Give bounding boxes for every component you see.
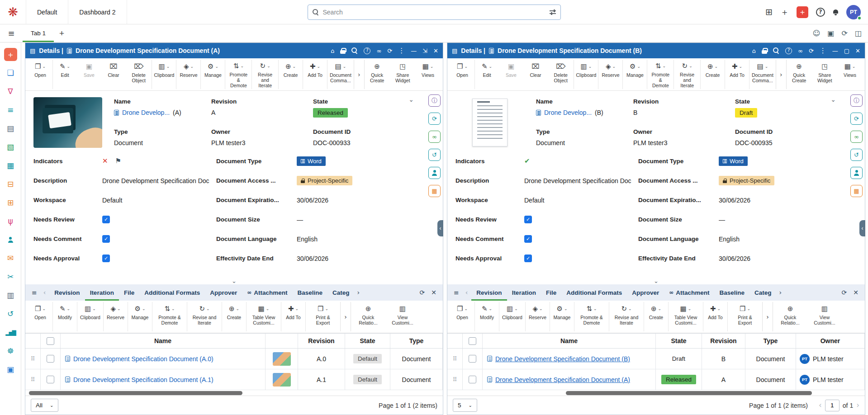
panel-window-button[interactable]: ⇲ [422,48,427,54]
panel-window-button[interactable]: ✕ [855,48,860,54]
drag-icon[interactable]: ⠿ [31,356,35,362]
toolbar-button[interactable]: ⚙⌄ Manage [128,302,152,331]
toolbar-button[interactable]: ⊕ Quick Relatio... [351,302,385,331]
toolbar-button[interactable]: ⌧ Clear [101,60,126,89]
rail-button[interactable]: ▦ [850,185,863,197]
toolbar-button[interactable]: ▣ Save [77,60,101,89]
toolbar-button[interactable]: ◳ Share Widget [812,60,838,89]
rail-button[interactable]: ∞ [428,131,441,143]
needs-approval-checkbox[interactable]: ✓ [524,255,532,262]
tabbar-icon-button[interactable]: ▣ [827,30,834,37]
rel-menu-button[interactable]: ≡ [29,284,40,301]
toolbar-button[interactable]: ⊕ Quick Relatio... [773,302,807,331]
sidebar-item[interactable]: ▂▅▇ [0,323,21,342]
rail-button[interactable]: ⟳ [428,113,441,125]
panel-header-button[interactable]: ∞ [376,48,381,54]
toolbar-button[interactable]: ✎⌄ Modify [52,302,77,331]
panel-header-button[interactable]: ⋮ [820,47,826,54]
toolbar-button[interactable]: ❐⌄ Open [28,60,52,89]
toolbar-button[interactable]: ▦⌄ Table View Customi... [668,302,703,331]
rel-scroll-left-button[interactable]: ‹ [41,284,49,301]
page-number-input[interactable] [825,400,840,411]
scrollbar-thumb[interactable] [29,391,242,395]
panel-header-button[interactable] [773,47,779,54]
toolbar-button[interactable]: ▥⌄ Clipboard [77,302,103,331]
row-checkbox[interactable] [47,355,54,363]
sidebar-item[interactable]: ＋ [0,45,21,64]
toolbar-button[interactable]: ✎⌄ Modify [474,302,499,331]
panel-header-button[interactable]: ? [364,47,370,54]
panel-header-button[interactable]: ⟳ [809,48,814,54]
panel-header-button[interactable] [351,47,358,54]
sidebar-item[interactable]: ❏ [0,64,21,82]
rel-refresh-button[interactable]: ⟳ [839,284,850,301]
panel-header-button[interactable]: ⌂ [752,48,756,54]
toolbar-button[interactable]: ↻⌄ Revise and Iterate [609,302,644,331]
toolbar-button[interactable]: ⚙⌄ Manage [622,60,647,89]
tabbar-icon-button[interactable]: ☺ [813,30,821,37]
toolbar-button[interactable]: ⇅⌄ Promote & Demote [647,60,674,89]
next-page-button[interactable]: › [856,401,859,409]
toolbar-button[interactable]: ▦⌄ Views [838,60,862,89]
rail-button[interactable]: ⓘ [850,94,863,107]
toolbar-button[interactable]: ⌧ Clear [523,60,548,89]
toolbar-button[interactable]: ⌦ Delete Object [548,60,574,89]
toolbar-overflow-button[interactable]: › [354,60,365,89]
toolbar-button[interactable]: ◳ Share Widget [390,60,416,89]
toolbar-button[interactable]: ❐⌄ Open [450,60,474,89]
workspace-tab[interactable]: Tab 1 [23,24,54,42]
toolbar-button[interactable]: ◈⌄ Reserve [103,302,128,331]
topbar-icon-button[interactable] [833,9,839,15]
row-name-link[interactable]: Drone Development Specification Document… [495,376,630,383]
sidebar-item[interactable]: ▥ [0,286,21,305]
rel-scroll-right-button[interactable]: › [777,284,785,301]
toolbar-button[interactable]: ✚⌄ Add To [281,302,305,331]
rail-button[interactable]: ⟳ [850,113,863,125]
table-row[interactable]: ⠿ Drone Development Specification Docume… [25,369,443,390]
row-checkbox[interactable] [469,376,476,383]
relationship-tab[interactable]: Additional Formats [139,284,205,301]
nav-item[interactable]: Dashboard 2 [68,0,127,24]
needs-comment-checkbox[interactable]: ✓ [524,235,532,243]
relationship-tab[interactable]: Revision [49,284,85,301]
toolbar-button[interactable]: ▥ View Customi... [385,302,420,331]
relationship-tab[interactable]: File [541,284,561,301]
panel-header-button[interactable]: ⌂ [331,48,334,54]
row-name-link[interactable]: Drone Development Specification Document… [73,355,213,363]
toolbar-button[interactable]: ▦⌄ Views [416,60,440,89]
document-name-link[interactable]: Drone Develop... [544,109,592,116]
toolbar-button[interactable]: ⊕⌄ Create [644,302,668,331]
row-checkbox[interactable] [469,355,476,363]
rel-scroll-right-button[interactable]: › [355,284,363,301]
panel-header-button[interactable] [340,48,346,54]
rail-button[interactable]: ▦ [428,185,441,197]
rel-refresh-button[interactable]: ⟳ [417,284,428,301]
sidebar-item[interactable]: ▧ [0,138,21,156]
panel-window-button[interactable]: — [832,48,838,54]
toolbar-overflow-button[interactable]: › [762,302,773,331]
scrollbar-thumb[interactable] [566,391,812,395]
toolbar-button[interactable]: ✎⌄ Edit [474,60,499,89]
relationship-tab[interactable]: File [119,284,139,301]
toolbar-button[interactable]: ⊕⌄ Create [222,302,246,331]
sidebar-item[interactable]: ⊞ [0,193,21,212]
toolbar-button[interactable]: ⇅⌄ Promote & Demote [152,302,187,331]
prev-page-button[interactable]: ‹ [819,401,822,409]
rail-button[interactable]: ∞ [850,131,863,143]
toolbar-button[interactable]: ▤⌄ Document Comma... [749,60,776,89]
user-avatar[interactable]: PT [846,5,861,19]
relationship-tab[interactable]: ∞Attachment [242,284,292,301]
main-menu-button[interactable]: ≡ [0,24,23,42]
toolbar-button[interactable]: ↻⌄ Revise and Iterate [674,60,700,89]
collapse-rail-handle[interactable]: ‹ [437,220,443,236]
sidebar-item[interactable]: ✉ [0,249,21,268]
drag-icon[interactable]: ⠿ [453,356,457,362]
relationship-tab[interactable]: Baseline [292,284,327,301]
toolbar-button[interactable]: ⚙⌄ Manage [550,302,574,331]
drag-icon[interactable]: ⠿ [453,377,457,382]
rel-scroll-left-button[interactable]: ‹ [463,284,471,301]
needs-review-checkbox[interactable]: ✓ [524,216,532,223]
toolbar-button[interactable]: ✚⌄ Add To [703,302,727,331]
toolbar-button[interactable]: ✚⌄ Add To [303,60,327,89]
relationship-tab[interactable]: Categ [327,284,355,301]
